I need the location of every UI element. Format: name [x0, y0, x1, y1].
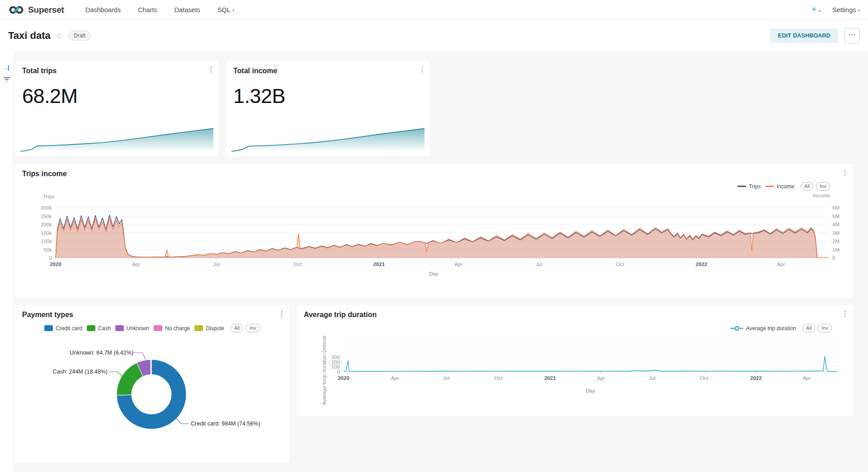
kebab-menu-icon[interactable]: ⋮: [417, 65, 427, 74]
total-income-card: Total income ⋮ 1.32B: [226, 61, 430, 156]
donut-callout-unknown: Unknown: 84.7M (6.42%): [70, 350, 133, 356]
svg-text:Apr: Apr: [454, 262, 462, 267]
donut-callout-cash: Cash: 244M (18.48%): [52, 369, 108, 375]
svg-text:2020: 2020: [50, 262, 61, 267]
chart-title: Total income: [233, 67, 278, 75]
svg-text:0: 0: [832, 255, 835, 261]
svg-text:300k: 300k: [41, 205, 52, 210]
svg-text:2020: 2020: [338, 375, 349, 381]
svg-text:0: 0: [337, 369, 340, 374]
svg-text:250k: 250k: [41, 214, 52, 219]
chart-title: Total trips: [22, 67, 57, 75]
avg-trip-duration-chart[interactable]: 01002003002020AprJulOct2021AprJulOct2022…: [297, 305, 853, 416]
svg-text:Oct: Oct: [494, 375, 503, 381]
nav-right: +▾ Settings▾: [811, 5, 860, 14]
svg-text:Apr: Apr: [132, 262, 140, 267]
svg-text:Apr: Apr: [597, 375, 605, 381]
dashboard-titlebar: Taxi data ☆ Draft EDIT DASHBOARD ···: [0, 20, 868, 51]
svg-text:Oct: Oct: [700, 375, 709, 381]
svg-text:2M: 2M: [832, 238, 840, 244]
donut-callout-credit-card: Credit card: 984M (74.56%): [191, 421, 260, 427]
svg-text:6M: 6M: [832, 205, 840, 210]
superset-infinity-icon: [8, 5, 24, 15]
expand-filter-bar-icon[interactable]: →: [3, 65, 9, 71]
draft-badge: Draft: [68, 31, 91, 41]
filter-icon[interactable]: [3, 76, 10, 83]
superset-dashboard-page: Superset Dashboards Charts Datasets SQL▾…: [0, 0, 868, 472]
svg-text:Jul: Jul: [536, 262, 542, 267]
svg-text:Apr: Apr: [391, 375, 399, 381]
svg-text:4M: 4M: [832, 222, 840, 227]
collapsed-filter-bar: →: [0, 51, 14, 472]
caret-down-icon: ▾: [858, 8, 860, 13]
svg-text:2022: 2022: [750, 375, 762, 381]
svg-text:1M: 1M: [832, 247, 840, 252]
edit-dashboard-button[interactable]: EDIT DASHBOARD: [770, 28, 838, 43]
total-trips-card: Total trips ⋮ 68.2M: [15, 61, 219, 156]
svg-text:200: 200: [331, 360, 340, 365]
top-nav: Superset Dashboards Charts Datasets SQL▾…: [0, 0, 868, 20]
x-axis-title: Day: [344, 388, 837, 393]
page-title: Taxi data: [8, 30, 51, 42]
kebab-menu-icon[interactable]: ⋮: [206, 65, 216, 74]
caret-down-icon: ▾: [819, 9, 821, 13]
total-income-value: 1.32B: [233, 84, 285, 108]
svg-text:Jul: Jul: [649, 375, 656, 381]
more-actions-button[interactable]: ···: [844, 28, 860, 43]
svg-text:Apr: Apr: [803, 375, 811, 381]
svg-text:2021: 2021: [373, 262, 385, 267]
superset-logo[interactable]: Superset: [8, 5, 64, 15]
svg-text:Apr: Apr: [777, 262, 785, 267]
svg-text:5M: 5M: [832, 214, 840, 219]
x-axis-title: Day: [15, 271, 853, 276]
payment-types-card: Payment types ⋮ Credit card Cash Unknown: [15, 305, 289, 463]
svg-text:150k: 150k: [41, 230, 52, 236]
svg-text:50k: 50k: [43, 247, 52, 252]
brand-name: Superset: [28, 5, 64, 15]
svg-text:200k: 200k: [41, 222, 52, 227]
svg-text:0: 0: [49, 255, 52, 261]
total-trips-sparkline: [19, 125, 215, 153]
svg-text:2021: 2021: [544, 375, 556, 381]
new-item-button[interactable]: +▾: [811, 5, 821, 14]
svg-text:Oct: Oct: [616, 262, 625, 267]
svg-text:2022: 2022: [696, 262, 708, 267]
nav-item-datasets[interactable]: Datasets: [166, 6, 209, 14]
svg-text:300: 300: [331, 355, 340, 360]
nav-item-sql[interactable]: SQL▾: [209, 6, 243, 14]
svg-text:Oct: Oct: [294, 262, 302, 267]
trips-income-chart[interactable]: 050k100k150k200k250k300k01M2M3M4M5M6M202…: [15, 164, 853, 298]
payment-types-donut[interactable]: [15, 305, 289, 463]
svg-text:Jul: Jul: [443, 375, 450, 381]
svg-text:100: 100: [331, 364, 340, 369]
trips-income-panel: Trips income ⋮ Trips Income All Inv Trip…: [15, 164, 853, 298]
svg-text:100k: 100k: [41, 238, 52, 244]
settings-menu[interactable]: Settings▾: [832, 6, 860, 14]
total-trips-value: 68.2M: [22, 84, 78, 108]
titlebar-actions: EDIT DASHBOARD ···: [770, 28, 860, 43]
svg-text:3M: 3M: [832, 230, 840, 236]
total-income-sparkline: [230, 125, 426, 153]
dashboard-body: → Total trips ⋮ 68.2M Total income ⋮ 1.3…: [0, 51, 868, 472]
nav-item-dashboards[interactable]: Dashboards: [77, 6, 129, 14]
favorite-star-icon[interactable]: ☆: [56, 31, 63, 41]
avg-trip-duration-card: Average trip duration ⋮ Average trip dur…: [297, 305, 853, 416]
svg-text:Jul: Jul: [213, 262, 220, 267]
plus-icon: +: [811, 5, 817, 14]
caret-down-icon: ▾: [232, 8, 235, 13]
nav-item-charts[interactable]: Charts: [129, 6, 166, 14]
